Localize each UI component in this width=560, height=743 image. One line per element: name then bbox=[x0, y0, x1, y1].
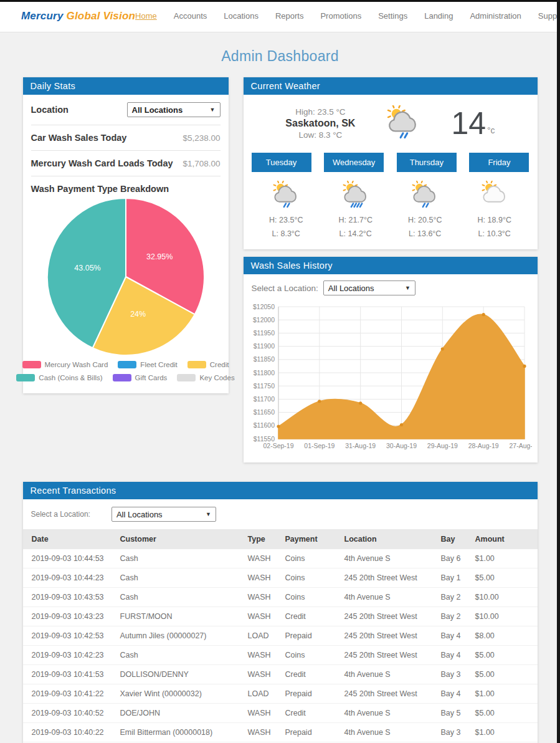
pie-legend: Mercury Wash Card Fleet Credit Credit Ca… bbox=[31, 361, 221, 381]
current-weather-panel: Current Weather High: 23.5 °C Saskatoon,… bbox=[244, 77, 538, 249]
stat-row-card-loads: Mercury Wash Card Loads Today $1,708.00 bbox=[31, 151, 221, 176]
stat-row-car-wash-sales: Car Wash Sales Today $5,238.00 bbox=[31, 125, 221, 151]
cell-customer: Cash bbox=[116, 549, 244, 568]
weather-low: Low: 8.3 °C bbox=[285, 130, 355, 140]
day-button-tuesday[interactable]: Tuesday bbox=[252, 153, 311, 172]
cell-date: 2019-09-03 10:42:53 bbox=[23, 626, 116, 646]
weather-high: High: 23.5 °C bbox=[285, 107, 355, 117]
logo-part-1: Mercury bbox=[21, 10, 64, 22]
cell-amount: $8.00 bbox=[472, 626, 538, 646]
cell-customer: Cash bbox=[116, 588, 244, 607]
cell-amount: $5.00 bbox=[472, 568, 538, 588]
cell-date: 2019-09-03 10:43:23 bbox=[23, 607, 116, 626]
pie-slice-label: 24% bbox=[130, 310, 146, 319]
transactions-header: Recent Transactions bbox=[23, 482, 538, 499]
weather-city: Saskatoon, SK bbox=[285, 118, 355, 129]
nav-item-landing[interactable]: Landing bbox=[424, 11, 453, 21]
cell-bay: Bay 3 bbox=[437, 665, 472, 684]
transactions-location-value: All Locations bbox=[116, 510, 163, 519]
top-bar: Mercury Global Vision HomeAccountsLocati… bbox=[0, 0, 560, 32]
forecast-day-buttons: TuesdayWednesdayThursdayFriday bbox=[244, 148, 538, 172]
forecast-low: L: 13.6°C bbox=[391, 229, 460, 238]
table-row: 2019-09-03 10:42:53Autumn Jiles (0000002… bbox=[23, 626, 538, 646]
nav-item-settings[interactable]: Settings bbox=[378, 11, 407, 21]
sales-history-location-select[interactable]: All Locations ▼ bbox=[323, 280, 415, 295]
cell-payment: Prepaid bbox=[282, 684, 341, 704]
y-tick-label: $11900 bbox=[253, 342, 274, 350]
cell-date: 2019-09-03 10:40:22 bbox=[23, 723, 116, 742]
cell-bay: Bay 5 bbox=[437, 704, 472, 723]
daily-stats-panel: Daily Stats Location All Locations ▼ Car… bbox=[23, 77, 229, 393]
cell-type: WASH bbox=[244, 568, 282, 588]
cell-amount: $1.00 bbox=[472, 549, 538, 568]
cell-location: 245 20th Street West bbox=[341, 607, 437, 626]
x-tick-label: 28-Aug-19 bbox=[468, 442, 498, 449]
logo-part-2: Global Vision bbox=[66, 10, 135, 22]
nav-item-administration[interactable]: Administration bbox=[470, 11, 521, 21]
transactions-location-select[interactable]: All Locations ▼ bbox=[112, 507, 216, 522]
cell-type: WASH bbox=[244, 704, 282, 723]
cell-customer: DOLLISON/DENNY bbox=[116, 665, 244, 684]
cell-type: WASH bbox=[244, 607, 282, 626]
x-tick-label: 01-Sep-19 bbox=[304, 442, 335, 449]
column-header-bay: Bay bbox=[437, 529, 472, 549]
table-row: 2019-09-03 10:40:22Emil Bitterman (00000… bbox=[23, 723, 538, 742]
cell-type: LOAD bbox=[244, 626, 282, 646]
cell-payment: Coins bbox=[282, 588, 341, 607]
forecast-cell-wednesday: H: 21.7°C L: 14.2°C bbox=[321, 181, 391, 238]
cell-payment: Coins bbox=[282, 568, 341, 588]
current-temp-value: 14 bbox=[451, 110, 486, 138]
legend-item: Mercury Wash Card bbox=[22, 361, 108, 368]
table-row: 2019-09-03 10:44:23CashWASHCoins245 20th… bbox=[23, 568, 538, 588]
cell-bay: Bay 2 bbox=[437, 588, 472, 607]
cell-location: 245 20th Street West bbox=[341, 646, 437, 665]
page-title: Admin Dashboard bbox=[0, 48, 560, 65]
forecast-cell-friday: H: 18.9°C L: 10.3°C bbox=[460, 181, 529, 238]
day-button-thursday[interactable]: Thursday bbox=[397, 153, 457, 172]
forecast-low: L: 14.2°C bbox=[321, 229, 391, 238]
cell-payment: Coins bbox=[282, 646, 341, 665]
day-button-friday[interactable]: Friday bbox=[469, 153, 529, 172]
recent-transactions-panel: Recent Transactions Select a Location: A… bbox=[23, 482, 538, 743]
legend-label: Credit bbox=[210, 361, 229, 368]
table-row: 2019-09-03 10:43:23FURST/MOONWASHCredit2… bbox=[23, 607, 538, 626]
cell-date: 2019-09-03 10:43:53 bbox=[23, 588, 116, 607]
cell-customer: Xavier Wint (00000032) bbox=[116, 684, 244, 704]
screen-edge-top bbox=[0, 0, 560, 2]
daily-stats-header: Daily Stats bbox=[23, 77, 229, 95]
day-button-wednesday[interactable]: Wednesday bbox=[324, 153, 384, 172]
content: Daily Stats Location All Locations ▼ Car… bbox=[23, 77, 538, 743]
nav-item-reports[interactable]: Reports bbox=[275, 11, 304, 21]
x-tick-label: 27-Aug-19 bbox=[509, 442, 532, 449]
nav-item-home[interactable]: Home bbox=[135, 11, 157, 21]
data-point bbox=[482, 313, 485, 316]
table-row: 2019-09-03 10:41:53DOLLISON/DENNYWASHCre… bbox=[23, 665, 538, 684]
nav-item-promotions[interactable]: Promotions bbox=[320, 11, 361, 21]
cell-date: 2019-09-03 10:44:53 bbox=[23, 549, 116, 568]
wash-sales-area-chart: $11550$11600$11650$11700$11750$11800$118… bbox=[244, 298, 538, 463]
main-nav: HomeAccountsLocationsReportsPromotionsSe… bbox=[135, 11, 560, 21]
cell-location: 4th Avenue S bbox=[341, 588, 437, 607]
data-point bbox=[440, 347, 444, 350]
cell-amount: $5.00 bbox=[472, 704, 538, 723]
cell-location: 4th Avenue S bbox=[341, 704, 437, 723]
column-header-payment: Payment bbox=[282, 529, 341, 549]
column-header-customer: Customer bbox=[116, 529, 244, 549]
cell-bay: Bay 4 bbox=[437, 626, 472, 646]
stat-label: Mercury Wash Card Loads Today bbox=[31, 158, 173, 168]
cell-type: WASH bbox=[244, 549, 282, 568]
nav-item-locations[interactable]: Locations bbox=[224, 11, 259, 21]
data-point bbox=[399, 423, 402, 426]
x-tick-label: 29-Aug-19 bbox=[427, 442, 457, 449]
current-temperature: 14 °c bbox=[451, 110, 495, 138]
daily-stats-location-select[interactable]: All Locations ▼ bbox=[127, 102, 221, 117]
legend-swatch bbox=[113, 374, 131, 381]
cell-location: 4th Avenue S bbox=[341, 665, 437, 684]
cell-customer: Cash bbox=[116, 568, 244, 588]
y-tick-label: $11550 bbox=[253, 435, 274, 443]
cell-customer: Autumn Jiles (00000027) bbox=[116, 626, 244, 646]
cell-type: WASH bbox=[244, 646, 282, 665]
nav-item-accounts[interactable]: Accounts bbox=[174, 11, 207, 21]
cell-location: 245 20th Street West bbox=[341, 568, 437, 588]
y-tick-label: $12000 bbox=[252, 316, 274, 324]
